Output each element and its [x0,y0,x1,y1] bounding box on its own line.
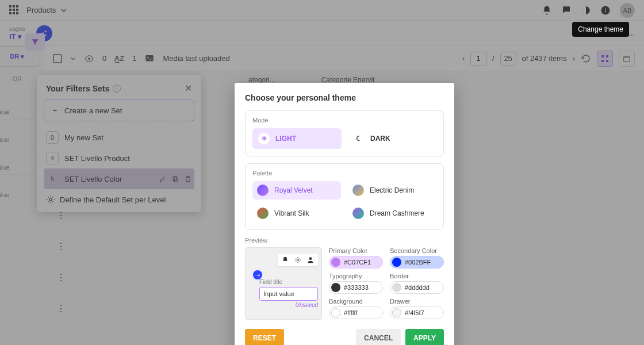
color-label: Typography [329,273,383,279]
theme-tooltip: Change theme [572,22,629,37]
apply-button[interactable]: APPLY [405,329,444,345]
palette-dream-cashmere[interactable]: Dream Cashmere [348,204,436,223]
user-icon [306,256,315,264]
color-label: Primary Color [329,247,383,254]
preview-field-title: Field title [259,279,318,285]
svg-point-18 [309,257,312,260]
palette-vibrant-silk[interactable]: Vibrant Silk [252,204,341,223]
mode-label: Mode [252,117,436,124]
bell-icon [281,256,289,264]
preview-input: Input value [259,287,318,301]
background-color-pill[interactable]: #ffffff [329,306,383,319]
palette-label: Palette [252,170,436,177]
secondary-color-pill[interactable]: #002BFF [390,256,444,269]
mode-light[interactable]: ☀ LIGHT [252,128,342,149]
palette-royal-velvet[interactable]: Royal Velvet [252,181,341,200]
sun-icon: ☀ [258,133,270,144]
theme-modal: Choose your personal theme Mode ☀ LIGHT … [235,83,454,345]
border-color-pill[interactable]: #dddddd [390,281,444,294]
cancel-button[interactable]: CANCEL [356,329,401,345]
color-label: Border [390,273,444,279]
modal-title: Choose your personal theme [245,93,444,102]
color-label: Drawer [390,298,444,305]
palette-panel: Palette Royal Velvet Electric Denim Vibr… [245,163,444,230]
reset-button[interactable]: RESET [245,329,284,345]
drawer-color-pill[interactable]: #f4f5f7 [390,306,444,319]
unsaved-label: Unsaved [259,302,318,308]
primary-color-pill[interactable]: #C07CF1 [329,256,383,269]
theme-preview: ⇢ Field title Input value Unsaved [245,247,322,320]
swatch-icon [257,185,269,196]
swatch-icon [352,208,364,219]
svg-point-17 [297,259,299,261]
color-label: Secondary Color [390,247,444,254]
swatch-icon [257,208,269,219]
moon-icon: ☾ [353,133,365,144]
swatch-icon [352,185,364,196]
gear-icon [294,256,302,264]
color-label: Background [329,298,383,305]
mode-panel: Mode ☀ LIGHT ☾ DARK [245,110,444,156]
typography-color-pill[interactable]: #333333 [329,281,383,294]
preview-label: Preview [245,237,444,244]
palette-electric-denim[interactable]: Electric Denim [348,181,436,200]
mode-dark[interactable]: ☾ DARK [347,128,436,149]
